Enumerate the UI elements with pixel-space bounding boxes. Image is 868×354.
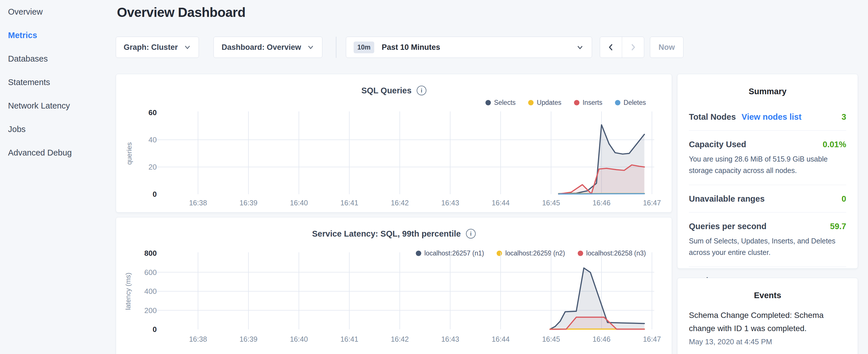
- sidebar-item-jobs[interactable]: Jobs: [0, 118, 116, 141]
- summary-row-unavailable-ranges: Unavailable ranges 0: [689, 194, 846, 204]
- summary-value: 0: [842, 194, 846, 204]
- svg-text:20: 20: [149, 163, 157, 171]
- summary-panel: Summary Total Nodes View nodes list 3 Ca…: [677, 74, 858, 269]
- svg-text:queries: queries: [125, 142, 133, 165]
- svg-text:16:44: 16:44: [492, 199, 510, 207]
- sidebar-item-advanced-debug[interactable]: Advanced Debug: [0, 141, 116, 164]
- time-range-badge: 10m: [353, 41, 374, 53]
- summary-description: You are using 28.6 MiB of 515.9 GiB usab…: [689, 153, 846, 176]
- summary-value: 3: [842, 112, 846, 122]
- graph-scope-dropdown[interactable]: Graph: Cluster: [116, 37, 199, 58]
- sidebar-item-databases[interactable]: Databases: [0, 47, 116, 70]
- svg-text:16:43: 16:43: [441, 335, 459, 343]
- svg-text:0: 0: [153, 325, 157, 334]
- svg-text:200: 200: [145, 306, 157, 315]
- svg-text:16:43: 16:43: [441, 199, 459, 207]
- summary-value: 59.7: [830, 222, 846, 231]
- svg-text:60: 60: [149, 108, 157, 117]
- svg-text:16:47: 16:47: [643, 335, 661, 343]
- service-latency-card: Service Latency: SQL, 99th percentile i …: [116, 217, 672, 354]
- service-latency-chart[interactable]: 16:3816:3916:4016:4116:4216:4316:4416:45…: [116, 217, 672, 354]
- svg-text:16:47: 16:47: [643, 199, 661, 207]
- dashboard-dropdown-label: Dashboard: Overview: [221, 43, 301, 52]
- sql-queries-chart[interactable]: 16:3816:3916:4016:4116:4216:4316:4416:45…: [116, 74, 672, 213]
- time-prev-button[interactable]: [600, 37, 622, 58]
- summary-row-capacity-used: Capacity Used 0.01% You are using 28.6 M…: [689, 140, 846, 176]
- svg-text:600: 600: [145, 268, 157, 277]
- time-range-label: Past 10 Minutes: [382, 43, 440, 52]
- summary-label: Queries per second: [689, 222, 767, 231]
- svg-text:16:38: 16:38: [189, 335, 207, 343]
- svg-text:16:46: 16:46: [593, 199, 611, 207]
- time-next-button[interactable]: [622, 37, 644, 58]
- chevron-down-icon: [576, 43, 584, 52]
- sql-queries-card: SQL Queries i SelectsUpdatesInsertsDelet…: [116, 74, 672, 213]
- sidebar-item-statements[interactable]: Statements: [0, 70, 116, 94]
- svg-text:16:38: 16:38: [189, 199, 207, 207]
- summary-row-total-nodes: Total Nodes View nodes list 3: [689, 112, 846, 122]
- page-title: Overview Dashboard: [117, 5, 246, 20]
- sidebar-item-overview[interactable]: Overview: [0, 0, 116, 24]
- svg-text:16:42: 16:42: [391, 335, 409, 343]
- summary-label: Capacity Used: [689, 140, 746, 149]
- summary-label: Unavailable ranges: [689, 194, 765, 204]
- sidebar-item-metrics[interactable]: Metrics: [0, 24, 116, 47]
- time-range-dropdown[interactable]: 10m Past 10 Minutes: [346, 37, 592, 58]
- divider: [689, 267, 846, 267]
- svg-text:16:41: 16:41: [340, 335, 359, 343]
- view-nodes-list-link[interactable]: View nodes list: [742, 112, 802, 122]
- summary-row-queries-per-second: Queries per second 59.7 Sum of Selects, …: [689, 222, 846, 258]
- svg-text:latency (ms): latency (ms): [124, 273, 132, 310]
- summary-description: Sum of Selects, Updates, Inserts, and De…: [689, 235, 846, 258]
- sidebar: Overview Metrics Databases Statements Ne…: [0, 0, 116, 354]
- svg-text:16:45: 16:45: [542, 335, 560, 343]
- svg-text:16:39: 16:39: [240, 335, 258, 343]
- svg-text:16:44: 16:44: [492, 335, 510, 343]
- event-text: Schema Change Completed: Schema change w…: [689, 309, 846, 335]
- now-button[interactable]: Now: [650, 37, 683, 58]
- svg-text:16:40: 16:40: [290, 335, 308, 343]
- svg-text:16:46: 16:46: [593, 335, 611, 343]
- chevron-right-icon: [628, 43, 638, 52]
- svg-text:800: 800: [145, 249, 157, 257]
- chevron-down-icon: [184, 43, 191, 51]
- divider: [689, 185, 846, 185]
- svg-text:16:39: 16:39: [240, 199, 258, 207]
- events-title: Events: [689, 291, 846, 300]
- events-panel: Events Schema Change Completed: Schema c…: [677, 278, 858, 354]
- svg-text:16:40: 16:40: [290, 199, 308, 207]
- chevron-left-icon: [607, 43, 616, 52]
- graph-scope-dropdown-label: Graph: Cluster: [124, 43, 178, 52]
- divider: [689, 212, 846, 213]
- time-window-stepper: [600, 37, 644, 58]
- now-button-label: Now: [658, 43, 675, 52]
- event-list-item[interactable]: Schema Change Completed: Schema change w…: [689, 309, 846, 346]
- chevron-down-icon: [307, 43, 314, 51]
- summary-label: Total Nodes: [689, 112, 736, 122]
- controls-divider: [336, 37, 336, 58]
- svg-text:16:45: 16:45: [542, 199, 560, 207]
- dashboard-dropdown[interactable]: Dashboard: Overview: [214, 37, 322, 58]
- event-timestamp: May 13, 2020 at 4:45 PM: [689, 337, 846, 346]
- svg-text:400: 400: [145, 287, 157, 296]
- svg-text:16:41: 16:41: [340, 199, 359, 207]
- divider: [689, 130, 846, 131]
- svg-text:40: 40: [149, 135, 157, 144]
- summary-title: Summary: [689, 87, 846, 96]
- svg-text:0: 0: [153, 190, 157, 198]
- svg-text:16:42: 16:42: [391, 199, 409, 207]
- summary-value: 0.01%: [823, 140, 846, 149]
- sidebar-item-network-latency[interactable]: Network Latency: [0, 94, 116, 118]
